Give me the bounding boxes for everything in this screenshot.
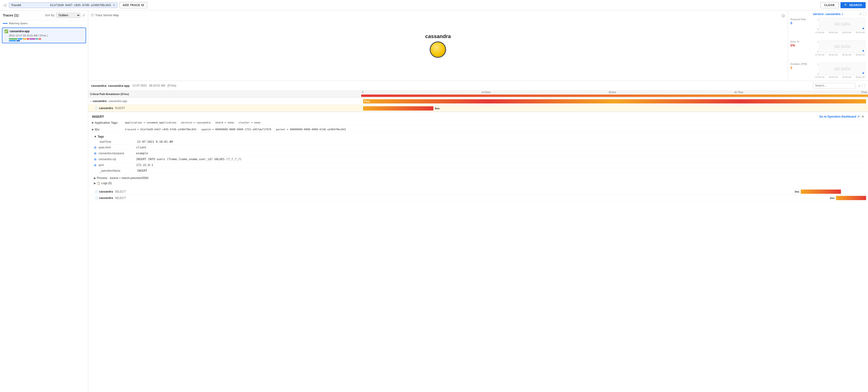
trace-item-meta: 2021-12-07 09:10:01 AM ( 57ms ): [4, 34, 84, 37]
error-pct-placeholder: NO DATA: [819, 40, 866, 53]
duration-p95-y-labels: 1 .5: [815, 63, 818, 76]
trace-time: 09:10:01 AM: [149, 84, 165, 87]
app-tags-row: ▶ Application Tags: application = unname…: [92, 120, 864, 125]
filter-tag: TraceId 61af16d9-64d7-c045-67d6-a348470b…: [9, 2, 118, 8]
left-header: Traces (1): Sort By: Outliers Most Recen…: [0, 10, 88, 21]
service-link: service: cassandra ↗: [788, 12, 868, 16]
table-row: 📄 cassandra SELECT 3ms: [88, 189, 868, 195]
timeline-scroll-area: Critical Path Breakdown (57ms) 0 14.25ms…: [88, 91, 868, 392]
cassandra-circle: [430, 41, 446, 58]
service-map-area: ⓘ Trace Service Map cassandra ⊙: [88, 10, 788, 81]
trace-header: cassandra: cassandra-app 12-07-2021 09:1…: [88, 81, 868, 91]
app-tags-section: ▶ Application Tags: application = unname…: [92, 120, 864, 125]
tag-row-keyspace: ⊕ cassandra.keyspace example: [92, 151, 864, 156]
span3-name-cell: 📄 cassandra SELECT: [88, 189, 361, 195]
bar-red: [27, 38, 29, 39]
filter-close-icon[interactable]: ✕: [113, 3, 116, 7]
bottom-section: cassandra: cassandra-app 12-07-2021 09:1…: [88, 81, 868, 392]
blue-line-indicator: [3, 23, 7, 24]
critical-path-bar: [361, 94, 868, 97]
cassandra-node: cassandra: [425, 33, 451, 58]
trace-service-name: cassandra-app: [10, 30, 30, 33]
charts-panel: service: cassandra ↗ ⤢ ⛶ Request Rate 0: [788, 10, 868, 81]
logs-row[interactable]: ▶ 📋 Logs (0): [92, 181, 864, 186]
trace-search-input[interactable]: [813, 83, 855, 88]
time-markers: 0 14.25ms 28.5ms 42.75ms 57ms: [361, 91, 868, 94]
topbar: ◁ TraceId 61af16d9-64d7-c045-67d6-a34847…: [0, 0, 868, 10]
span1-name-cell: − cassandra cassandra-app: [88, 98, 361, 104]
chart-expand-icon[interactable]: ⤢: [859, 12, 862, 16]
span4-name-cell: 📄 cassandra SELECT: [88, 195, 361, 201]
bar-green: [9, 38, 17, 39]
expand-panel-icon[interactable]: ⤢: [82, 13, 85, 17]
error-pct-y-labels: 1 .5: [815, 40, 818, 53]
tag-plus-cql[interactable]: ⊕: [94, 157, 97, 161]
trace-expand-icon[interactable]: ⤢: [858, 84, 861, 88]
error-pct-chart: Error % 0% 1 .5 NO DATA: [790, 40, 866, 56]
trace-fullscreen-icon[interactable]: ⛶: [862, 84, 865, 88]
trace-item[interactable]: ✅ cassandra-app 2021-12-07 09:10:01 AM (…: [2, 28, 86, 43]
request-rate-y-labels: 1 .5: [815, 18, 818, 31]
sort-select[interactable]: Outliers Most Recent Longest First: [56, 13, 81, 18]
tags-collapse-arrow: ▼: [94, 135, 97, 138]
collapse-icon[interactable]: −: [90, 99, 92, 103]
tag-plus-spankind[interactable]: ⊕: [94, 146, 97, 149]
span4-bar: 2ms: [836, 196, 866, 200]
span3-bar-cell: 3ms: [361, 189, 868, 195]
bar-purple: [30, 38, 35, 39]
service-link-anchor[interactable]: service: cassandra ↗: [813, 12, 843, 16]
process-value: source = marcin-precision5560: [110, 176, 148, 180]
request-rate-value: 0: [790, 21, 812, 25]
search-label: SEARCH: [849, 3, 862, 7]
tag-plus-keyspace[interactable]: ⊕: [94, 151, 97, 155]
duration-p95-time-labels: 07:30 AM 08:00 AM 08:30 AM 09:00 AM: [815, 76, 866, 78]
duration-p95-chart: Duration (P95) 0 1 .5 NO DATA: [790, 63, 866, 78]
detail-title: INSERT Go to Operation Dashboard ↗ ✕: [92, 115, 864, 119]
search-button[interactable]: 🔍 SEARCH: [840, 2, 866, 8]
tag-row-spankind: ⊕ span.kind client: [92, 145, 864, 151]
clear-button[interactable]: CLEAR: [820, 2, 839, 8]
node-label: cassandra: [425, 33, 451, 39]
tags-header[interactable]: ▼ Tags: [92, 134, 864, 139]
ids-expand[interactable]: ▶: [92, 128, 94, 131]
chart-dot-1: [863, 28, 864, 29]
duration-p95-placeholder: NO DATA: [819, 63, 866, 76]
left-panel: Traces (1): Sort By: Outliers Most Recen…: [0, 10, 88, 392]
process-expand-arrow: ▶: [94, 176, 96, 180]
detail-close-icon[interactable]: ✕: [861, 115, 864, 119]
go-to-dashboard-link[interactable]: Go to Operation Dashboard ↗: [819, 115, 860, 118]
span3-bar: 3ms: [801, 189, 841, 194]
app-tags-expand[interactable]: ▶: [92, 121, 94, 124]
tag-plus-ipv4[interactable]: ⊕: [94, 163, 97, 167]
error-pct-time-labels: 07:30 AM 08:00 AM 08:30 AM 09:00 AM: [815, 54, 866, 56]
back-icon[interactable]: ◁: [2, 2, 7, 8]
external-link-icon: ↗: [841, 13, 843, 16]
chart-fullscreen-icon[interactable]: ⛶: [863, 12, 866, 16]
span4-file-icon: 📄: [95, 197, 98, 200]
search-icon: 🔍: [844, 3, 848, 7]
error-pct-value: 0%: [790, 43, 812, 47]
table-row: 📄 cassandra SELECT 2ms: [88, 195, 868, 201]
charts-icons: ⤢ ⛶: [859, 12, 866, 16]
trace-title: cassandra: cassandra-app: [91, 84, 130, 88]
ids-row: ▶ IDs: traceid = 61af16d9-64d7-c045-67d6…: [92, 127, 864, 132]
add-trace-button[interactable]: ADD TRACE ID: [120, 2, 147, 8]
trace-item-bars: [4, 38, 84, 41]
bar-red2: [38, 38, 41, 39]
request-rate-chart: Request Rate 0 1 .5 NO DATA: [790, 18, 866, 34]
bar-darkblue: [17, 40, 20, 41]
trace-item-header: ✅ cassandra-app: [4, 29, 84, 33]
map-center-icon[interactable]: ⊙: [781, 13, 785, 18]
sort-by-control: Sort By: Outliers Most Recent Longest Fi…: [45, 13, 81, 18]
bar-blue: [18, 38, 22, 39]
bar-blue2: [9, 40, 16, 41]
process-row[interactable]: ▶ Process: source = marcin-precision5560: [92, 175, 864, 181]
span1-bar-label: 57ms: [364, 100, 370, 103]
duration-p95-label: Duration (P95): [790, 63, 812, 65]
trace-service-map-header: ⓘ Trace Service Map: [91, 13, 119, 17]
timeline-header-bar: 0 14.25ms 28.5ms 42.75ms 57ms: [361, 91, 868, 98]
info-icon: ⓘ: [91, 13, 94, 17]
table-row: 📄 cassandra INSERT 8ms: [88, 104, 868, 112]
span2-name-cell: 📄 cassandra INSERT: [88, 104, 361, 112]
trace-icons: ⤢ ⛶: [858, 84, 865, 88]
